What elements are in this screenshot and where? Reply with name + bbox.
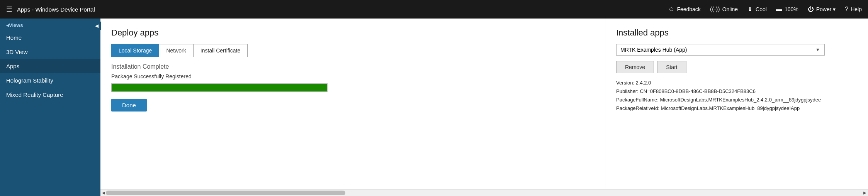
power-icon: ⏻ (808, 6, 814, 13)
scroll-left-arrow[interactable]: ◀ (102, 191, 105, 195)
app-publisher: Publisher: CN=0F808BC0-8DBB-486C-BB8B-D5… (616, 87, 857, 96)
deploy-panel: Deploy apps Local Storage Network Instal… (100, 19, 605, 196)
app-details: Version: 2.4.2.0 Publisher: CN=0F808BC0-… (616, 79, 857, 113)
deploy-tab-bar: Local Storage Network Install Certificat… (111, 44, 594, 57)
tab-install-certificate[interactable]: Install Certificate (193, 44, 248, 57)
progress-bar-fill (112, 84, 327, 91)
progress-bar-container (111, 83, 328, 92)
topbar: ☰ Apps - Windows Device Portal ☺ Feedbac… (0, 0, 868, 19)
main-layout: ◀ ◂Views Home 3D View Apps Hologram Stab… (0, 19, 868, 196)
temperature-status: 🌡 Cool (747, 6, 767, 13)
online-icon: ((·)) (710, 6, 720, 13)
battery-label: 100% (785, 6, 798, 12)
sidebar-item-mixed-reality-capture[interactable]: Mixed Reality Capture (0, 88, 100, 102)
app-package-full-name: PackageFullName: MicrosoftDesignLabs.MRT… (616, 96, 857, 104)
sidebar-item-apps[interactable]: Apps (0, 59, 100, 73)
scroll-right-arrow[interactable]: ▶ (863, 191, 866, 195)
done-button[interactable]: Done (111, 99, 147, 112)
sidebar-item-3dview[interactable]: 3D View (0, 45, 100, 59)
online-status: ((·)) Online (710, 6, 738, 13)
start-button[interactable]: Start (657, 61, 686, 73)
feedback-icon: ☺ (668, 6, 674, 13)
sidebar-item-home[interactable]: Home (0, 30, 100, 45)
online-label: Online (722, 6, 738, 12)
horizontal-scrollbar: ◀ ▶ (100, 189, 868, 196)
app-select-dropdown[interactable]: MRTK Examples Hub (App) (616, 44, 825, 56)
cool-label: Cool (756, 6, 767, 12)
sidebar-item-hologram-stability[interactable]: Hologram Stability (0, 73, 100, 88)
scroll-thumb[interactable] (106, 191, 345, 195)
install-substatus: Package Successfully Registered (111, 73, 594, 79)
app-version: Version: 2.4.2.0 (616, 79, 857, 87)
menu-icon[interactable]: ☰ (6, 5, 12, 14)
topbar-right: ☺ Feedback ((·)) Online 🌡 Cool ▬ 100% ⏻ … (668, 6, 862, 13)
content-area: Deploy apps Local Storage Network Instal… (100, 19, 868, 196)
installed-title: Installed apps (616, 28, 857, 38)
app-package-relative-id: PackageRelativeId: MicrosoftDesignLabs.M… (616, 104, 857, 113)
help-button[interactable]: ? Help (845, 6, 862, 13)
tab-local-storage[interactable]: Local Storage (111, 44, 159, 57)
remove-button[interactable]: Remove (616, 61, 654, 73)
app-title: Apps - Windows Device Portal (17, 6, 664, 13)
sidebar-collapse-button[interactable]: ◀ (93, 22, 101, 30)
feedback-label: Feedback (677, 6, 700, 12)
install-status: Installation Complete (111, 63, 594, 70)
help-icon: ? (845, 6, 848, 13)
power-button[interactable]: ⏻ Power ▾ (808, 6, 836, 13)
app-select-container: MRTK Examples Hub (App) ▼ (616, 44, 857, 56)
installed-panel: Installed apps MRTK Examples Hub (App) ▼… (605, 19, 868, 196)
sidebar-views-header: ◂Views (0, 19, 100, 30)
deploy-title: Deploy apps (111, 28, 594, 38)
sidebar: ◀ ◂Views Home 3D View Apps Hologram Stab… (0, 19, 100, 196)
feedback-button[interactable]: ☺ Feedback (668, 6, 701, 13)
app-actions: Remove Start (616, 61, 857, 73)
tab-network[interactable]: Network (159, 44, 193, 57)
power-label: Power ▾ (816, 6, 836, 12)
thermometer-icon: 🌡 (747, 6, 753, 13)
battery-status: ▬ 100% (776, 6, 798, 13)
help-label: Help (851, 6, 862, 12)
battery-icon: ▬ (776, 6, 782, 13)
